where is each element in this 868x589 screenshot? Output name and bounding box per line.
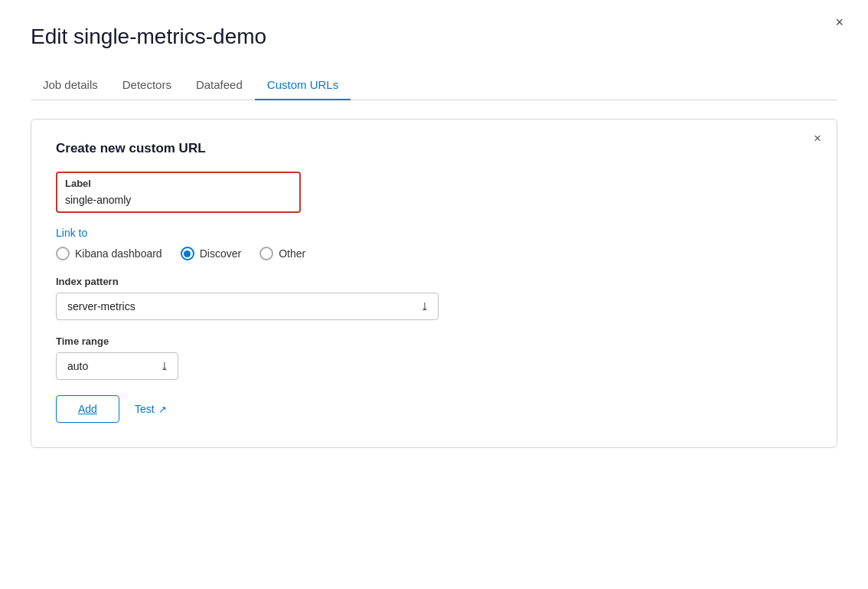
- radio-label-kibana: Kibana dashboard: [75, 247, 162, 260]
- radio-dot-discover: [184, 250, 191, 257]
- radio-kibana-dashboard[interactable]: Kibana dashboard: [56, 247, 162, 260]
- panel-title: Create new custom URL: [56, 141, 812, 156]
- link-to-group: Link to Kibana dashboard Discover: [56, 227, 812, 260]
- radio-circle-discover: [181, 247, 194, 260]
- index-pattern-dropdown-wrapper: server-metrics logstash-* metricbeat-* ⤓: [56, 293, 439, 320]
- time-range-select[interactable]: auto 1h 6h 24h 7d: [56, 352, 178, 380]
- page-title: Edit single-metrics-demo: [31, 25, 837, 49]
- tab-job-details[interactable]: Job details: [31, 70, 110, 100]
- create-custom-url-panel: Create new custom URL × Label Link to Ki…: [31, 119, 837, 448]
- radio-other[interactable]: Other: [259, 247, 305, 260]
- time-range-label: Time range: [56, 335, 812, 347]
- label-field-label: Label: [65, 178, 292, 189]
- index-pattern-group: Index pattern server-metrics logstash-* …: [56, 276, 812, 320]
- tab-custom-urls[interactable]: Custom URLs: [255, 70, 351, 100]
- label-field-group: Label: [56, 172, 812, 213]
- index-pattern-label: Index pattern: [56, 276, 812, 287]
- radio-group-link-to: Kibana dashboard Discover Other: [56, 247, 812, 260]
- test-link-label: Test: [135, 403, 155, 415]
- page-container: Edit single-metrics-demo × Job details D…: [0, 0, 868, 473]
- radio-circle-other: [259, 247, 273, 260]
- index-pattern-select[interactable]: server-metrics logstash-* metricbeat-*: [56, 293, 439, 320]
- time-range-group: Time range auto 1h 6h 24h 7d ⤓: [56, 335, 812, 380]
- tabs-bar: Job details Detectors Datafeed Custom UR…: [31, 70, 837, 100]
- time-range-dropdown-wrapper: auto 1h 6h 24h 7d ⤓: [56, 352, 178, 380]
- link-to-label: Link to: [56, 227, 812, 239]
- add-button[interactable]: Add: [56, 395, 119, 423]
- tab-datafeed[interactable]: Datafeed: [184, 70, 255, 100]
- test-link[interactable]: Test ↗: [135, 403, 167, 415]
- tab-detectors[interactable]: Detectors: [110, 70, 184, 100]
- panel-close-button[interactable]: ×: [814, 132, 821, 145]
- radio-label-discover: Discover: [200, 247, 241, 260]
- radio-discover[interactable]: Discover: [181, 247, 241, 260]
- external-link-icon: ↗: [158, 404, 167, 415]
- label-input[interactable]: [65, 194, 279, 206]
- radio-label-other: Other: [279, 247, 305, 260]
- actions-bar: Add Test ↗: [56, 395, 812, 423]
- radio-circle-kibana: [56, 247, 70, 260]
- close-page-button[interactable]: ×: [835, 15, 844, 29]
